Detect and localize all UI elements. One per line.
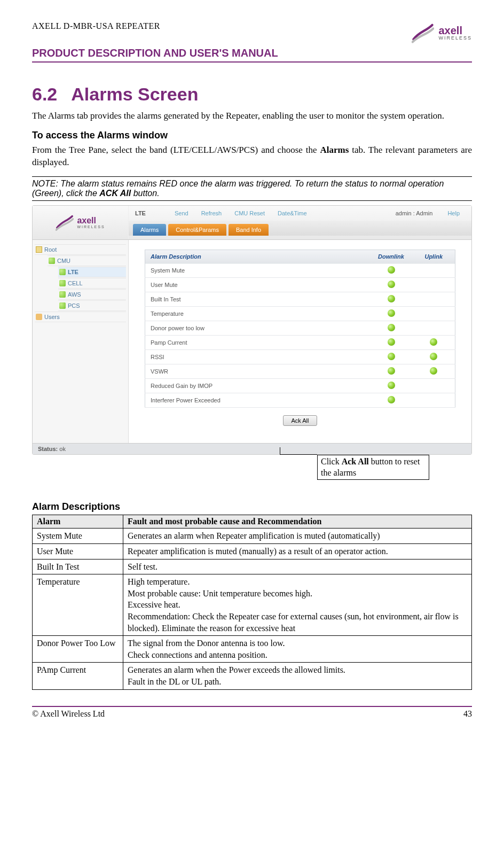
downlink-led — [370, 349, 413, 364]
node-icon — [49, 258, 55, 264]
downlink-led — [370, 277, 413, 292]
col-uplink: Uplink — [413, 250, 455, 263]
table-row: Donor power too low — [145, 321, 455, 335]
alarm-name: Pamp Current — [145, 335, 370, 349]
led-green-icon — [388, 266, 395, 274]
tree-aws[interactable]: AWS — [58, 289, 126, 300]
page-number: 43 — [463, 709, 472, 719]
page-footer: © Axell Wireless Ltd 43 — [32, 706, 472, 719]
table-row: TemperatureHigh temperature.Most probabl… — [33, 574, 472, 636]
uplink-led — [413, 349, 455, 364]
uplink-led — [413, 277, 455, 292]
app-screenshot: axell WIRELESS LTE Send Refresh CMU Rese… — [32, 205, 472, 455]
node-icon — [59, 302, 66, 309]
col-alarm-description: Alarm Description — [145, 250, 370, 263]
ack-all-button[interactable]: Ack All — [283, 415, 317, 426]
downlink-led — [370, 378, 413, 393]
menu-cmu-reset[interactable]: CMU Reset — [234, 210, 265, 216]
access-heading: To access the Alarms window — [32, 130, 472, 141]
menu-help[interactable]: Help — [447, 210, 460, 216]
downlink-led — [370, 393, 413, 407]
uplink-led — [413, 321, 455, 335]
alarm-name: Built In Test — [145, 292, 370, 306]
uplink-led — [413, 292, 455, 306]
table-row: Donor Power Too LowThe signal from the D… — [33, 636, 472, 663]
logo-sub: WIRELESS — [438, 36, 472, 41]
tree-users[interactable]: Users — [35, 312, 126, 322]
led-green-icon — [388, 382, 395, 389]
led-green-icon — [430, 367, 437, 375]
table-row: Built In Test — [145, 292, 455, 306]
alarm-name: Donor power too low — [145, 321, 370, 335]
app-logo: axell WIRELESS — [33, 206, 129, 239]
table-row: PAmp CurrentGenerates an alarm when the … — [33, 663, 472, 689]
swoosh-icon — [56, 213, 74, 231]
downlink-led — [370, 306, 413, 321]
col-fault: Fault and most probable cause and Recomm… — [123, 515, 472, 528]
menu-date-time[interactable]: Date&Time — [278, 210, 307, 216]
alarm-name: User Mute — [145, 277, 370, 292]
uplink-led — [413, 335, 455, 349]
note-box: NOTE: The alarm status remains RED once … — [32, 176, 472, 201]
alarm-desc-cell: Repeater amplification is muted (manuall… — [123, 544, 472, 559]
tree-cell[interactable]: CELL — [58, 278, 126, 289]
uplink-led — [413, 263, 455, 277]
table-row: System Mute — [145, 263, 455, 277]
table-row: RSSI — [145, 349, 455, 364]
downlink-led — [370, 364, 413, 378]
led-green-icon — [430, 353, 437, 360]
alarm-name: Interferer Power Exceeded — [145, 393, 370, 407]
alarm-desc-cell: Generates an alarm when Repeater amplifi… — [123, 528, 472, 544]
led-green-icon — [388, 396, 395, 403]
company-logo: axell WIRELESS — [412, 21, 472, 44]
tree-pcs[interactable]: PCS — [58, 300, 126, 311]
tree-cmu[interactable]: CMU — [48, 255, 126, 266]
section-name: Alarms Screen — [71, 84, 198, 104]
uplink-led — [413, 393, 455, 407]
alarm-name: Reduced Gain by IMOP — [145, 378, 370, 393]
table-row: User MuteRepeater amplification is muted… — [33, 544, 472, 559]
band-label: LTE — [135, 210, 146, 216]
tab-alarms[interactable]: Alarms — [133, 224, 166, 236]
table-row: Pamp Current — [145, 335, 455, 349]
tree-pane: Root CMU LTE CELL AWS PCS Users — [33, 240, 129, 443]
downlink-led — [370, 292, 413, 306]
access-body: From the Tree Pane, select the band (LTE… — [32, 144, 472, 169]
node-icon — [59, 280, 66, 286]
section-number: 6.2 — [32, 84, 57, 105]
tab-control-params[interactable]: Control&Params — [168, 224, 226, 236]
alarm-table: Alarm Description Downlink Uplink System… — [145, 250, 455, 408]
alarm-name: VSWR — [145, 364, 370, 378]
status-bar: Status: ok — [33, 443, 471, 454]
menu-refresh[interactable]: Refresh — [201, 210, 222, 216]
intro-paragraph: The Alarms tab provides the alarms gener… — [32, 110, 472, 122]
col-alarm: Alarm — [33, 515, 123, 528]
alarm-name-cell: System Mute — [33, 528, 123, 544]
led-green-icon — [388, 295, 395, 302]
alarm-desc-cell: The signal from the Donor antenna is too… — [123, 636, 472, 663]
ack-all-callout: Click Ack All button to reset the alarms — [285, 455, 445, 480]
table-row: Reduced Gain by IMOP — [145, 378, 455, 393]
tab-band-info[interactable]: Band Info — [229, 224, 269, 236]
folder-icon — [36, 246, 42, 253]
alarm-name: Temperature — [145, 306, 370, 321]
led-green-icon — [388, 353, 395, 360]
alarm-desc-cell: Generates an alarm when the Power exceed… — [123, 663, 472, 689]
alarm-name-cell: Donor Power Too Low — [33, 636, 123, 663]
tree-root[interactable]: Root — [35, 244, 126, 255]
table-row: VSWR — [145, 364, 455, 378]
table-row: Interferer Power Exceeded — [145, 393, 455, 407]
led-green-icon — [388, 367, 395, 375]
alarm-descriptions-table: Alarm Fault and most probable cause and … — [32, 515, 472, 689]
menu-send[interactable]: Send — [175, 210, 188, 216]
led-green-icon — [388, 309, 395, 317]
uplink-led — [413, 378, 455, 393]
section-heading: 6.2Alarms Screen — [32, 84, 472, 105]
tree-lte[interactable]: LTE — [58, 267, 126, 277]
admin-label: admin : Admin — [396, 210, 433, 216]
led-green-icon — [388, 281, 395, 288]
table-row: User Mute — [145, 277, 455, 292]
led-green-icon — [430, 338, 437, 346]
table-row: System MuteGenerates an alarm when Repea… — [33, 528, 472, 544]
alarm-name: System Mute — [145, 263, 370, 277]
